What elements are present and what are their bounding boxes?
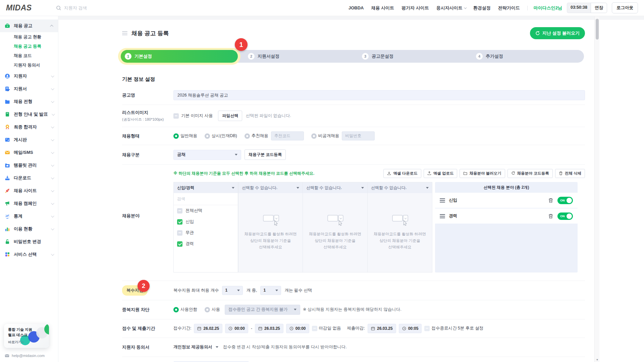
- drag-handle-icon[interactable]: [440, 214, 445, 218]
- notice-name-input[interactable]: 2026 채용솔루션 공채 공고: [173, 90, 585, 100]
- row-category: 채용분야 ※ 하단의 채용분야 기준을 모두 선택한 후 하위 채용분야 코드를…: [122, 165, 585, 281]
- receipt-end-time[interactable]: 00:00: [286, 324, 309, 333]
- scroll-down-arrow[interactable]: ▼: [595, 358, 600, 361]
- stats-icon: [5, 214, 10, 219]
- recruit-class-select[interactable]: 공채: [173, 150, 241, 160]
- checkbox[interactable]: [177, 241, 182, 247]
- submit-deadline-date[interactable]: 26.03.25: [368, 324, 396, 333]
- no-deadline-checkbox[interactable]: [312, 326, 317, 331]
- sidebar-subitem-0-3[interactable]: 지원자 동의서: [0, 60, 58, 70]
- step-3[interactable]: 3공고문설정: [356, 50, 470, 63]
- header-nav-평가자 사이트[interactable]: 평가자 사이트: [401, 5, 429, 11]
- auto-5min-checkbox[interactable]: [424, 326, 430, 331]
- consent-select[interactable]: 개인정보 제공동의서: [173, 342, 218, 352]
- trash-icon[interactable]: [548, 198, 553, 203]
- radio-referral-recruit[interactable]: [245, 133, 250, 139]
- sidebar-item-2[interactable]: 지원서: [0, 82, 58, 95]
- checkbox[interactable]: [177, 208, 182, 214]
- receipt-start-time[interactable]: 00:00: [225, 324, 248, 333]
- max-apply-count-select[interactable]: 1: [222, 286, 243, 295]
- sidebar-item-5[interactable]: 최종 합격자: [0, 121, 58, 133]
- sidebar-item-12[interactable]: 통계: [0, 210, 58, 223]
- applicant-search[interactable]: [56, 5, 121, 11]
- category-filter-select[interactable]: 신입/경력: [174, 182, 238, 193]
- drag-handle-icon[interactable]: [440, 198, 445, 202]
- category-toolbar-excel-download[interactable]: 엑셀 다운로드: [383, 169, 421, 178]
- header-nav-전략가이드[interactable]: 전략가이드: [498, 5, 520, 11]
- sidebar-item-3[interactable]: 채용 전형: [0, 95, 58, 108]
- category-option-2[interactable]: 무관: [174, 227, 238, 238]
- category-disabled-select[interactable]: 선택할 수 없습니다.: [368, 182, 432, 193]
- step-basic-settings[interactable]: 1 기본설정: [121, 50, 238, 63]
- sidebar-item-11[interactable]: 채용 캠페인: [0, 197, 58, 210]
- file-select-button[interactable]: 파일선택: [218, 111, 242, 121]
- radio-general-recruit[interactable]: [173, 133, 179, 139]
- sidebar-subitem-0-1[interactable]: 채용 공고 등록: [0, 42, 58, 51]
- category-toolbar-delete-all[interactable]: 전체 삭제: [555, 169, 585, 178]
- sidebar-item-6[interactable]: 게시판: [0, 133, 58, 146]
- header-nav-응시자사이트[interactable]: 응시자사이트: [436, 5, 466, 11]
- excel-upload-icon: [427, 171, 431, 176]
- folder-icon: [5, 99, 10, 104]
- header-nav-환경설정[interactable]: 환경설정: [473, 5, 491, 11]
- load-previous-settings-button[interactable]: 지난 설정 불러오기: [530, 27, 585, 39]
- category-on-toggle[interactable]: ON: [557, 197, 573, 204]
- category-toolbar-excel-upload[interactable]: 엑셀 업로드: [424, 169, 458, 178]
- radio-duplicate-off[interactable]: [173, 307, 179, 312]
- username[interactable]: 마이다스인2님: [534, 5, 562, 11]
- checkbox[interactable]: [177, 219, 182, 225]
- checkbox[interactable]: [177, 230, 182, 236]
- step-2[interactable]: 2지원서설정: [242, 50, 356, 63]
- category-option-0[interactable]: 전체선택: [174, 205, 238, 216]
- category-toolbar-load-category[interactable]: 채용분야 불러오기: [460, 169, 505, 178]
- extend-session-button[interactable]: 연장: [591, 3, 607, 13]
- receipt-start-date[interactable]: 26.02.25: [194, 324, 222, 333]
- header-nav-채용 사이트[interactable]: 채용 사이트: [371, 5, 394, 11]
- sidebar-item-9[interactable]: 다운로드: [0, 172, 58, 184]
- radio-duplicate-on[interactable]: [205, 307, 210, 312]
- chevron-down-icon: [297, 187, 299, 189]
- radio-private-recruit[interactable]: [311, 133, 317, 139]
- category-disabled-select[interactable]: 선택할 수 없습니다.: [238, 182, 303, 193]
- category-option-1[interactable]: 신입: [174, 216, 238, 227]
- category-filter-column: 신입/경력 검색 전체선택신입무관경력: [173, 182, 238, 273]
- private-password-input[interactable]: 비밀번호: [342, 131, 375, 140]
- sidebar-item-10[interactable]: 채용 사이트: [0, 184, 58, 197]
- step-4[interactable]: 4추가설정: [470, 50, 584, 63]
- default-image-checkbox[interactable]: [173, 113, 179, 119]
- selected-categories-header: 선택된 채용 분야 (총 2개): [435, 182, 578, 193]
- sidebar-item-15[interactable]: 서비스 선택: [0, 248, 58, 261]
- sidebar-item-4[interactable]: 전형 안내 및 발표: [0, 108, 58, 121]
- submit-deadline-time[interactable]: 00:05: [399, 324, 422, 333]
- logout-button[interactable]: 로그아웃: [612, 2, 638, 13]
- scrollbar-thumb[interactable]: [596, 19, 599, 40]
- sidebar-subitem-0-2[interactable]: 채용 코드: [0, 51, 58, 60]
- sidebar-item-7[interactable]: 메일/SMS: [0, 146, 58, 159]
- category-option-3[interactable]: 경력: [174, 238, 238, 249]
- excel-download-icon: [387, 171, 391, 176]
- header-nav-JOBDA[interactable]: JOBDA: [348, 5, 364, 10]
- receipt-end-date[interactable]: 26.03.25: [255, 324, 283, 333]
- radio-always-recruit[interactable]: [205, 133, 210, 139]
- sidebar-item-8[interactable]: 템플릿 관리: [0, 159, 58, 172]
- sidebar-item-14[interactable]: 비밀번호 변경: [0, 235, 58, 248]
- duplicate-rule-select[interactable]: 접수중인 공고 간 중복지원 불가: [225, 305, 300, 315]
- required-apply-count-select[interactable]: 1: [260, 286, 281, 295]
- category-toolbar-register-code[interactable]: 채용분야 코드등록: [507, 169, 553, 178]
- sidebar-item-1[interactable]: 지원자: [0, 70, 58, 82]
- sidebar-subitem-0-0[interactable]: 채용 공고 현황: [0, 32, 58, 42]
- vertical-scrollbar[interactable]: ▼: [594, 16, 599, 362]
- search-input[interactable]: [64, 5, 121, 10]
- category-toolbar: 엑셀 다운로드엑셀 업로드채용분야 불러오기채용분야 코드등록전체 삭제: [383, 169, 585, 178]
- trash-icon[interactable]: [548, 214, 553, 219]
- referral-code-input[interactable]: 추천코드: [271, 131, 304, 140]
- recruit-class-code-button[interactable]: 채용구분 코드등록: [245, 149, 286, 160]
- help-card-link[interactable]: 바로가기 ›: [8, 340, 49, 345]
- help-desk-card[interactable]: 통합 기술 지원헬프 데스크 바로가기 ›: [4, 324, 49, 348]
- sidebar-item-13[interactable]: 이용 현황: [0, 223, 58, 235]
- category-search-input[interactable]: 검색: [174, 193, 238, 205]
- header-nav: JOBDA채용 사이트평가자 사이트응시자사이트환경설정전략가이드: [348, 5, 520, 11]
- category-on-toggle[interactable]: ON: [557, 213, 573, 220]
- category-disabled-select[interactable]: 선택할 수 없습니다.: [303, 182, 367, 193]
- sidebar-item-0[interactable]: 채용 공고: [0, 19, 58, 32]
